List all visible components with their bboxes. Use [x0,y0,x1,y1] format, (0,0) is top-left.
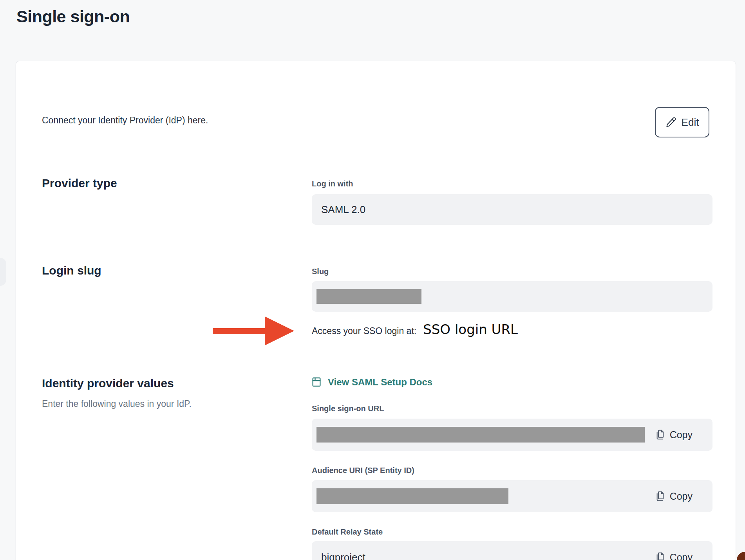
corner-annotation-shape [737,552,745,560]
sso-login-url-annotation: SSO login URL [423,322,518,337]
pencil-icon [665,117,676,128]
view-saml-setup-docs-link[interactable]: View SAML Setup Docs [311,376,432,388]
docs-link-label: View SAML Setup Docs [328,377,432,388]
drawer-handle[interactable] [0,258,6,286]
sso-settings-page: Single sign-on Connect your Identity Pro… [0,0,745,560]
provider-type-field: SAML 2.0 [312,194,712,225]
default-relay-state-field: bigproject Copy [312,541,712,560]
red-arrow-right-icon [213,316,294,345]
provider-type-heading: Provider type [42,177,117,190]
copy-pages-icon [655,491,665,502]
edit-button-label: Edit [682,116,699,128]
copy-audience-uri-button[interactable]: Copy [655,491,693,502]
copy-button-label: Copy [670,429,693,441]
copy-pages-icon [655,552,665,560]
copy-button-label: Copy [670,491,693,502]
slug-redacted-value [316,289,421,304]
access-prefix-text: Access your SSO login at: [312,326,416,336]
page-title: Single sign-on [16,7,130,26]
audience-uri-field: Copy [312,480,712,512]
provider-type-value: SAML 2.0 [312,204,365,216]
intro-text: Connect your Identity Provider (IdP) her… [42,115,208,126]
copy-relay-state-button[interactable]: Copy [655,552,693,560]
audience-uri-label: Audience URI (SP Entity ID) [312,466,414,475]
default-relay-state-label: Default Relay State [312,527,383,537]
slug-label: Slug [312,267,329,276]
edit-button[interactable]: Edit [655,107,709,137]
idp-values-heading: Identity provider values [42,377,174,390]
sso-url-field: Copy [312,419,712,451]
audience-uri-redacted-value [316,488,508,504]
default-relay-state-value: bigproject [312,551,365,560]
login-slug-heading: Login slug [42,264,101,277]
copy-pages-icon [655,430,665,440]
login-with-label: Log in with [312,179,353,188]
book-icon [311,376,322,388]
copy-sso-url-button[interactable]: Copy [655,429,693,441]
sso-url-redacted-value [316,427,645,443]
sso-url-label: Single sign-on URL [312,404,384,413]
slug-field [312,281,712,312]
copy-button-label: Copy [670,552,693,560]
idp-values-subheading: Enter the following values in your IdP. [42,399,192,409]
sso-settings-card: Connect your Identity Provider (IdP) her… [16,61,736,560]
sso-login-access-row: Access your SSO login at: SSO login URL [312,322,518,337]
